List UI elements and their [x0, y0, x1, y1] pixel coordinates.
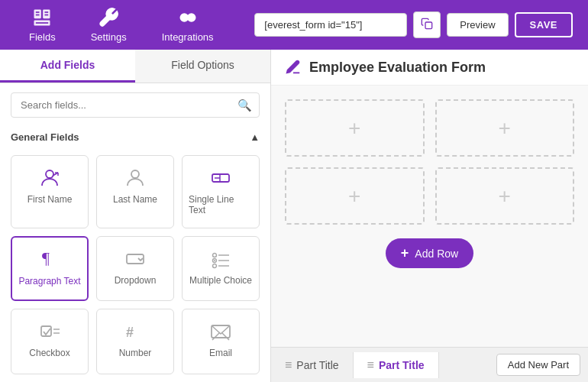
paragraph-label: Paragraph Text [18, 276, 80, 286]
form-title: Employee Evaluation Form [309, 60, 486, 76]
svg-point-15 [131, 170, 139, 178]
collapse-icon[interactable]: ▲ [250, 131, 260, 143]
save-button[interactable]: SAVE [515, 12, 573, 37]
svg-rect-0 [34, 10, 41, 19]
svg-text:¶: ¶ [42, 248, 50, 267]
first-name-label: First Name [27, 194, 73, 205]
svg-point-24 [214, 260, 215, 261]
svg-point-26 [213, 264, 217, 267]
field-item-last-name[interactable]: Last Name [96, 155, 174, 228]
search-input[interactable] [11, 92, 260, 118]
shortcode-bar: Preview SAVE [254, 11, 573, 38]
fields-icon [31, 7, 53, 28]
part-2-label: Part Title [379, 359, 425, 371]
nav-integrations-label: Integrations [162, 31, 214, 43]
multiple-choice-icon [209, 248, 232, 270]
add-row-button[interactable]: + Add Row [386, 238, 473, 268]
svg-point-9 [188, 14, 195, 21]
part-1-label: Part Title [296, 359, 338, 371]
number-icon: # [124, 320, 147, 343]
svg-rect-3 [44, 10, 50, 19]
part-tab-2[interactable]: ≡ Part Title [354, 352, 439, 378]
checkbox-label: Checkbox [29, 348, 69, 358]
plus-icon-1: + [348, 116, 360, 141]
settings-icon [98, 7, 119, 28]
single-line-label: Single Line Text [189, 194, 253, 215]
part-bar: ≡ Part Title ≡ Part Title Add New Part [271, 347, 588, 382]
nav-fields-label: Fields [29, 31, 56, 43]
dropdown-icon [124, 248, 147, 270]
drop-zone-2[interactable]: + [435, 99, 575, 157]
nav-settings-label: Settings [91, 31, 127, 43]
edit-icon [285, 59, 302, 76]
copy-shortcode-button[interactable] [413, 11, 441, 38]
field-item-first-name[interactable]: First Name [11, 155, 89, 228]
preview-button[interactable]: Preview [447, 13, 508, 37]
nav-item-fields[interactable]: Fields [15, 1, 69, 49]
add-new-part-button[interactable]: Add New Part [496, 354, 580, 376]
field-item-multiple-choice[interactable]: Multiple Choice [182, 236, 260, 302]
form-canvas: + + + + + Add Row [271, 86, 588, 347]
drop-zone-1[interactable]: + [285, 99, 425, 157]
add-row-label: Add Row [415, 248, 458, 260]
svg-rect-20 [127, 254, 144, 264]
checkbox-icon [38, 320, 61, 343]
general-fields-title: General Fields [11, 131, 79, 143]
dropdown-label: Dropdown [115, 275, 157, 286]
main-area: Add Fields Field Options 🔍 General Field… [0, 50, 588, 382]
part-2-drag-icon: ≡ [367, 358, 374, 372]
general-fields-header: General Fields ▲ [0, 127, 270, 147]
plus-icon-2: + [499, 116, 511, 141]
integrations-icon [177, 7, 199, 28]
svg-rect-10 [425, 22, 432, 29]
svg-point-8 [180, 14, 187, 21]
drop-zone-4[interactable]: + [435, 167, 575, 225]
paragraph-icon: ¶ [38, 248, 61, 271]
tab-field-options[interactable]: Field Options [135, 50, 270, 83]
field-item-email[interactable]: Email [182, 309, 260, 374]
navbar: Fields Settings Integrations Preview [0, 0, 588, 50]
drop-zone-3[interactable]: + [285, 167, 425, 225]
field-item-number[interactable]: # Number [96, 309, 174, 374]
part-tab-1[interactable]: ≡ Part Title [271, 352, 354, 378]
svg-point-21 [213, 253, 217, 257]
left-panel: Add Fields Field Options 🔍 General Field… [0, 50, 271, 382]
fields-grid: First Name Last Name Single Line Text [0, 147, 270, 382]
shortcode-input[interactable] [254, 13, 407, 37]
last-name-icon [124, 167, 147, 189]
email-label: Email [209, 348, 232, 358]
field-item-paragraph[interactable]: ¶ Paragraph Text [11, 236, 89, 302]
nav-items: Fields Settings Integrations [15, 1, 228, 49]
multiple-choice-label: Multiple Choice [189, 275, 252, 286]
part-1-drag-icon: ≡ [285, 358, 292, 372]
last-name-label: Last Name [113, 194, 157, 205]
number-label: Number [119, 348, 152, 358]
search-wrap: 🔍 [0, 83, 270, 127]
nav-item-integrations[interactable]: Integrations [148, 1, 228, 49]
form-row-2: + + [285, 167, 574, 225]
svg-point-11 [46, 170, 53, 178]
search-icon: 🔍 [237, 99, 252, 112]
email-icon [209, 320, 232, 343]
tab-add-fields[interactable]: Add Fields [0, 50, 135, 83]
field-item-dropdown[interactable]: Dropdown [96, 236, 174, 302]
form-row-1: + + [285, 99, 574, 157]
svg-text:#: # [126, 325, 134, 340]
plus-icon-4: + [499, 184, 511, 209]
add-row-plus-icon: + [401, 245, 409, 261]
single-line-icon [209, 167, 232, 189]
plus-icon-3: + [348, 184, 360, 209]
first-name-icon [38, 167, 61, 189]
field-item-checkbox[interactable]: Checkbox [11, 309, 89, 374]
field-item-single-line[interactable]: Single Line Text [182, 155, 260, 228]
copy-icon [421, 18, 433, 30]
right-panel: Employee Evaluation Form + + + + [271, 50, 588, 382]
nav-item-settings[interactable]: Settings [77, 1, 141, 49]
tabs: Add Fields Field Options [0, 50, 270, 83]
form-title-bar: Employee Evaluation Form [271, 50, 588, 86]
